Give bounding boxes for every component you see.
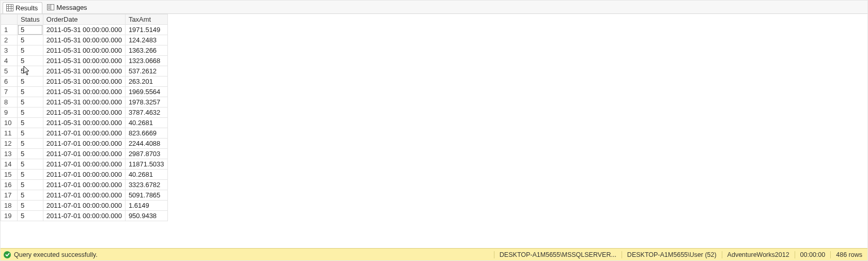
row-number-cell[interactable]: 10: [1, 118, 18, 128]
cell-taxamt[interactable]: 1.6149: [125, 201, 167, 211]
cell-status[interactable]: 5: [18, 128, 43, 139]
row-number-cell[interactable]: 17: [1, 190, 18, 201]
cell-taxamt[interactable]: 11871.5033: [125, 159, 167, 170]
cell-orderdate[interactable]: 2011-05-31 00:00:00.000: [43, 76, 125, 87]
cell-orderdate[interactable]: 2011-07-01 00:00:00.000: [43, 128, 125, 139]
cell-status[interactable]: 5: [18, 25, 43, 35]
cell-taxamt[interactable]: 1971.5149: [125, 25, 167, 35]
row-number-cell[interactable]: 12: [1, 139, 18, 149]
cell-status[interactable]: 5: [18, 87, 43, 97]
table-row[interactable]: 952011-05-31 00:00:00.0003787.4632: [1, 108, 168, 118]
row-number-cell[interactable]: 1: [1, 25, 18, 35]
column-header-orderdate[interactable]: OrderDate: [43, 14, 125, 25]
cell-taxamt[interactable]: 950.9438: [125, 211, 167, 221]
table-row[interactable]: 252011-05-31 00:00:00.000124.2483: [1, 35, 168, 45]
cell-status[interactable]: 5: [18, 76, 43, 87]
column-header-taxamt[interactable]: TaxAmt: [125, 14, 167, 25]
cell-taxamt[interactable]: 2987.8703: [125, 149, 167, 159]
cell-orderdate[interactable]: 2011-05-31 00:00:00.000: [43, 45, 125, 56]
cell-taxamt[interactable]: 263.201: [125, 76, 167, 87]
cell-orderdate[interactable]: 2011-05-31 00:00:00.000: [43, 66, 125, 76]
table-row[interactable]: 1952011-07-01 00:00:00.000950.9438: [1, 211, 168, 221]
column-header-status[interactable]: Status: [18, 14, 43, 25]
cell-orderdate[interactable]: 2011-07-01 00:00:00.000: [43, 211, 125, 221]
row-number-header[interactable]: [1, 14, 18, 25]
table-row[interactable]: 1252011-07-01 00:00:00.0002244.4088: [1, 139, 168, 149]
cell-taxamt[interactable]: 40.2681: [125, 170, 167, 180]
row-number-cell[interactable]: 16: [1, 180, 18, 190]
cell-orderdate[interactable]: 2011-07-01 00:00:00.000: [43, 159, 125, 170]
cell-taxamt[interactable]: 5091.7865: [125, 190, 167, 201]
table-row[interactable]: 1652011-07-01 00:00:00.0003323.6782: [1, 180, 168, 190]
cell-orderdate[interactable]: 2011-05-31 00:00:00.000: [43, 56, 125, 66]
table-row[interactable]: 1452011-07-01 00:00:00.00011871.5033: [1, 159, 168, 170]
cell-orderdate[interactable]: 2011-07-01 00:00:00.000: [43, 190, 125, 201]
table-row[interactable]: 1852011-07-01 00:00:00.0001.6149: [1, 201, 168, 211]
row-number-cell[interactable]: 7: [1, 87, 18, 97]
table-row[interactable]: 552011-05-31 00:00:00.000537.2612: [1, 66, 168, 76]
cell-taxamt[interactable]: 3787.4632: [125, 108, 167, 118]
cell-status[interactable]: 5: [18, 118, 43, 128]
cell-orderdate[interactable]: 2011-05-31 00:00:00.000: [43, 118, 125, 128]
cell-status[interactable]: 5: [18, 211, 43, 221]
table-row[interactable]: 452011-05-31 00:00:00.0001323.0668: [1, 56, 168, 66]
table-row[interactable]: 1352011-07-01 00:00:00.0002987.8703: [1, 149, 168, 159]
cell-taxamt[interactable]: 823.6669: [125, 128, 167, 139]
row-number-cell[interactable]: 5: [1, 66, 18, 76]
results-grid-scroll[interactable]: StatusOrderDateTaxAmt152011-05-31 00:00:…: [1, 14, 867, 248]
cell-orderdate[interactable]: 2011-05-31 00:00:00.000: [43, 87, 125, 97]
cell-status[interactable]: 5: [18, 45, 43, 56]
cell-status[interactable]: 5: [18, 108, 43, 118]
table-row[interactable]: 752011-05-31 00:00:00.0001969.5564: [1, 87, 168, 97]
row-number-cell[interactable]: 9: [1, 108, 18, 118]
table-row[interactable]: 652011-05-31 00:00:00.000263.201: [1, 76, 168, 87]
row-number-cell[interactable]: 3: [1, 45, 18, 56]
row-number-cell[interactable]: 15: [1, 170, 18, 180]
cell-taxamt[interactable]: 1363.266: [125, 45, 167, 56]
table-row[interactable]: 852011-05-31 00:00:00.0001978.3257: [1, 97, 168, 108]
cell-status[interactable]: 5: [18, 149, 43, 159]
cell-status[interactable]: 5: [18, 35, 43, 45]
row-number-cell[interactable]: 8: [1, 97, 18, 108]
cell-taxamt[interactable]: 1969.5564: [125, 87, 167, 97]
row-number-cell[interactable]: 6: [1, 76, 18, 87]
table-row[interactable]: 1752011-07-01 00:00:00.0005091.7865: [1, 190, 168, 201]
table-row[interactable]: 1152011-07-01 00:00:00.000823.6669: [1, 128, 168, 139]
cell-orderdate[interactable]: 2011-07-01 00:00:00.000: [43, 180, 125, 190]
cell-orderdate[interactable]: 2011-07-01 00:00:00.000: [43, 139, 125, 149]
row-number-cell[interactable]: 19: [1, 211, 18, 221]
cell-status[interactable]: 5: [18, 66, 43, 76]
cell-taxamt[interactable]: 2244.4088: [125, 139, 167, 149]
row-number-cell[interactable]: 14: [1, 159, 18, 170]
cell-status[interactable]: 5: [18, 97, 43, 108]
tab-results[interactable]: Results: [3, 2, 42, 13]
tab-messages[interactable]: Messages: [43, 2, 91, 13]
cell-taxamt[interactable]: 40.2681: [125, 118, 167, 128]
cell-status[interactable]: 5: [18, 190, 43, 201]
table-row[interactable]: 152011-05-31 00:00:00.0001971.5149: [1, 25, 168, 35]
cell-status[interactable]: 5: [18, 159, 43, 170]
cell-status[interactable]: 5: [18, 180, 43, 190]
row-number-cell[interactable]: 2: [1, 35, 18, 45]
row-number-cell[interactable]: 4: [1, 56, 18, 66]
table-row[interactable]: 352011-05-31 00:00:00.0001363.266: [1, 45, 168, 56]
cell-status[interactable]: 5: [18, 56, 43, 66]
cell-orderdate[interactable]: 2011-05-31 00:00:00.000: [43, 108, 125, 118]
cell-taxamt[interactable]: 124.2483: [125, 35, 167, 45]
row-number-cell[interactable]: 18: [1, 201, 18, 211]
cell-taxamt[interactable]: 1323.0668: [125, 56, 167, 66]
cell-orderdate[interactable]: 2011-07-01 00:00:00.000: [43, 201, 125, 211]
cell-taxamt[interactable]: 537.2612: [125, 66, 167, 76]
cell-orderdate[interactable]: 2011-05-31 00:00:00.000: [43, 35, 125, 45]
row-number-cell[interactable]: 13: [1, 149, 18, 159]
cell-status[interactable]: 5: [18, 170, 43, 180]
cell-taxamt[interactable]: 1978.3257: [125, 97, 167, 108]
cell-status[interactable]: 5: [18, 139, 43, 149]
row-number-cell[interactable]: 11: [1, 128, 18, 139]
cell-orderdate[interactable]: 2011-05-31 00:00:00.000: [43, 25, 125, 35]
cell-orderdate[interactable]: 2011-07-01 00:00:00.000: [43, 170, 125, 180]
cell-taxamt[interactable]: 3323.6782: [125, 180, 167, 190]
table-row[interactable]: 1552011-07-01 00:00:00.00040.2681: [1, 170, 168, 180]
cell-orderdate[interactable]: 2011-07-01 00:00:00.000: [43, 149, 125, 159]
cell-status[interactable]: 5: [18, 201, 43, 211]
